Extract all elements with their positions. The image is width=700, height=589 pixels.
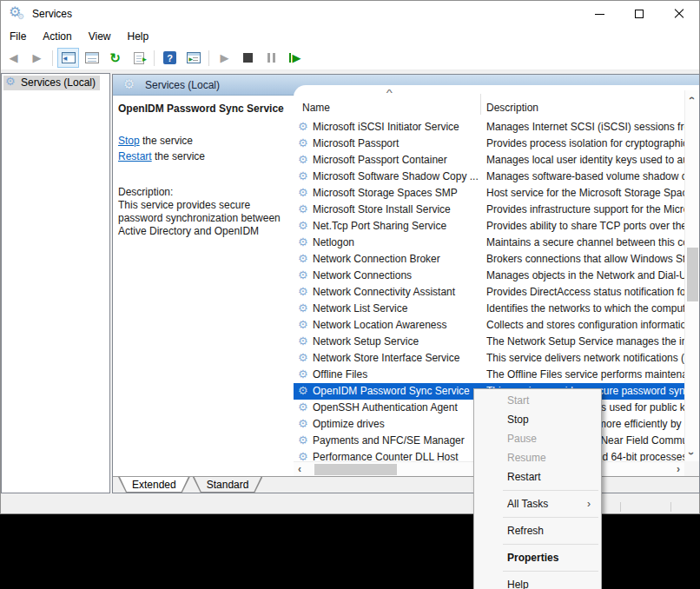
show-action-pane-button[interactable] bbox=[182, 48, 204, 68]
service-description-cell: Collects and stores configuration inform… bbox=[486, 319, 684, 331]
gear-icon bbox=[298, 317, 310, 334]
context-menu-item-properties[interactable]: Properties bbox=[474, 548, 601, 567]
service-row[interactable]: Network ConnectionsManages objects in th… bbox=[294, 268, 684, 284]
toolbar-separator bbox=[208, 50, 209, 66]
pause-bars-icon bbox=[267, 53, 275, 63]
start-service-button[interactable] bbox=[214, 48, 235, 68]
service-name: Microsoft Storage Spaces SMP bbox=[313, 187, 458, 199]
tab-extended[interactable]: Extended bbox=[118, 477, 190, 493]
service-row[interactable]: Network List ServiceIdentifies the netwo… bbox=[294, 301, 684, 317]
service-row[interactable]: Network Setup ServiceThe Network Setup S… bbox=[294, 334, 684, 350]
status-bar-separator bbox=[620, 502, 621, 512]
service-name: Net.Tcp Port Sharing Service bbox=[313, 220, 446, 232]
service-row[interactable]: Network Location AwarenessCollects and s… bbox=[294, 317, 684, 334]
console-tree-window-icon bbox=[62, 52, 76, 63]
service-row[interactable]: Microsoft iSCSI Initiator ServiceManages… bbox=[294, 119, 684, 136]
service-name: Network Location Awareness bbox=[313, 319, 447, 331]
menu-file[interactable]: File bbox=[2, 28, 34, 45]
scroll-up-icon[interactable]: › bbox=[686, 96, 697, 100]
menu-help[interactable]: Help bbox=[120, 28, 157, 45]
restart-service-link[interactable]: Restart bbox=[118, 150, 152, 162]
vertical-scrollbar[interactable]: › › bbox=[684, 90, 699, 461]
service-description-cell: Provides process isolation for cryptogra… bbox=[486, 137, 684, 149]
horizontal-scrollbar-thumb[interactable] bbox=[314, 464, 397, 475]
service-name: OpenSSH Authentication Agent bbox=[313, 401, 458, 414]
show-console-tree-button[interactable] bbox=[57, 48, 79, 68]
scroll-down-icon[interactable]: › bbox=[686, 452, 697, 455]
context-menu-item-stop[interactable]: Stop bbox=[474, 410, 601, 429]
gear-icon bbox=[298, 185, 310, 202]
column-header-description[interactable]: Description bbox=[486, 102, 538, 114]
tab-standard[interactable]: Standard bbox=[193, 477, 263, 493]
service-row[interactable]: Network Store Interface ServiceThis serv… bbox=[294, 350, 684, 367]
service-row[interactable]: Microsoft Storage Spaces SMPHost service… bbox=[294, 185, 684, 202]
menu-action[interactable]: Action bbox=[35, 28, 79, 45]
extended-pane: OpenIDM Password Sync Service Stop the s… bbox=[113, 96, 294, 476]
service-row[interactable]: Microsoft Passport ContainerManages loca… bbox=[294, 152, 684, 169]
maximize-button[interactable] bbox=[619, 1, 659, 27]
service-description-cell: Provides infrastructure support for the … bbox=[486, 203, 684, 215]
context-menu-item-start[interactable]: Start bbox=[474, 391, 601, 410]
submenu-arrow-icon: › bbox=[587, 494, 591, 513]
service-row[interactable]: Offline FilesThe Offline Files service p… bbox=[294, 367, 684, 383]
vertical-scrollbar-thumb[interactable] bbox=[687, 248, 698, 301]
refresh-button[interactable] bbox=[104, 48, 126, 68]
context-menu-item-help[interactable]: Help bbox=[474, 575, 601, 589]
context-menu-item-refresh[interactable]: Refresh bbox=[474, 521, 601, 540]
menu-bar: FileActionViewHelp bbox=[1, 27, 699, 46]
context-menu-item-all-tasks[interactable]: All Tasks› bbox=[474, 494, 601, 513]
pause-service-button[interactable] bbox=[261, 48, 282, 68]
service-name: Network List Service bbox=[313, 302, 407, 314]
service-row[interactable]: Network Connectivity AssistantProvides D… bbox=[294, 284, 684, 301]
export-list-button[interactable] bbox=[128, 48, 149, 68]
column-divider[interactable] bbox=[480, 94, 481, 115]
service-name: Microsoft Passport bbox=[313, 137, 399, 149]
toolbar bbox=[1, 46, 699, 70]
selected-service-title: OpenIDM Password Sync Service bbox=[118, 103, 294, 115]
gear-icon bbox=[298, 334, 310, 350]
gear-icon bbox=[298, 433, 310, 449]
list-header: ^ Name Description bbox=[294, 85, 684, 119]
context-menu-item-resume[interactable]: Resume bbox=[474, 448, 601, 467]
gear-icon bbox=[298, 268, 310, 284]
properties-button[interactable] bbox=[81, 48, 102, 68]
stop-square-icon bbox=[243, 53, 253, 63]
gear-icon bbox=[298, 169, 310, 185]
back-arrow-icon bbox=[10, 51, 18, 64]
service-row[interactable]: Network Connection BrokerBrokers connect… bbox=[294, 251, 684, 268]
tab-label: Standard bbox=[193, 477, 263, 491]
gear-icon bbox=[298, 218, 310, 235]
service-row[interactable]: Net.Tcp Port Sharing ServiceProvides abi… bbox=[294, 218, 684, 235]
scroll-left-icon[interactable]: ‹ bbox=[298, 464, 301, 474]
close-button[interactable] bbox=[659, 1, 699, 27]
stop-service-button[interactable] bbox=[237, 48, 259, 68]
service-name: Microsoft Store Install Service bbox=[313, 203, 451, 215]
context-menu-item-pause[interactable]: Pause bbox=[474, 429, 601, 448]
back-button[interactable] bbox=[3, 48, 24, 68]
forward-arrow-icon bbox=[33, 51, 42, 64]
gear-icon bbox=[5, 76, 17, 89]
stop-service-link[interactable]: Stop bbox=[118, 135, 140, 147]
help-button[interactable] bbox=[159, 48, 181, 68]
restart-service-button[interactable] bbox=[284, 48, 306, 68]
service-row[interactable]: Microsoft Software Shadow Copy ...Manage… bbox=[294, 169, 684, 185]
service-row[interactable]: Microsoft Store Install ServiceProvides … bbox=[294, 202, 684, 218]
service-description-cell: This service delivers network notificati… bbox=[486, 352, 684, 364]
context-menu-separator bbox=[503, 544, 598, 545]
service-row[interactable]: Microsoft PassportProvides process isola… bbox=[294, 136, 684, 152]
minimize-button[interactable] bbox=[579, 1, 619, 27]
service-row[interactable]: NetlogonMaintains a secure channel betwe… bbox=[294, 235, 684, 251]
gear-icon bbox=[298, 416, 310, 433]
menu-view[interactable]: View bbox=[81, 28, 119, 45]
column-header-name[interactable]: Name bbox=[302, 102, 330, 114]
context-menu-item-restart[interactable]: Restart bbox=[474, 467, 601, 486]
forward-button[interactable] bbox=[26, 48, 48, 68]
scroll-right-icon[interactable]: › bbox=[677, 464, 680, 474]
services-gear-icon bbox=[9, 5, 26, 23]
window-controls bbox=[579, 1, 699, 27]
tree-item-services-local[interactable]: Services (Local) bbox=[3, 76, 100, 90]
gear-icon bbox=[298, 301, 310, 317]
gear-icon bbox=[298, 400, 310, 416]
result-pane-header-label: Services (Local) bbox=[145, 79, 220, 91]
maximize-icon bbox=[635, 10, 644, 18]
